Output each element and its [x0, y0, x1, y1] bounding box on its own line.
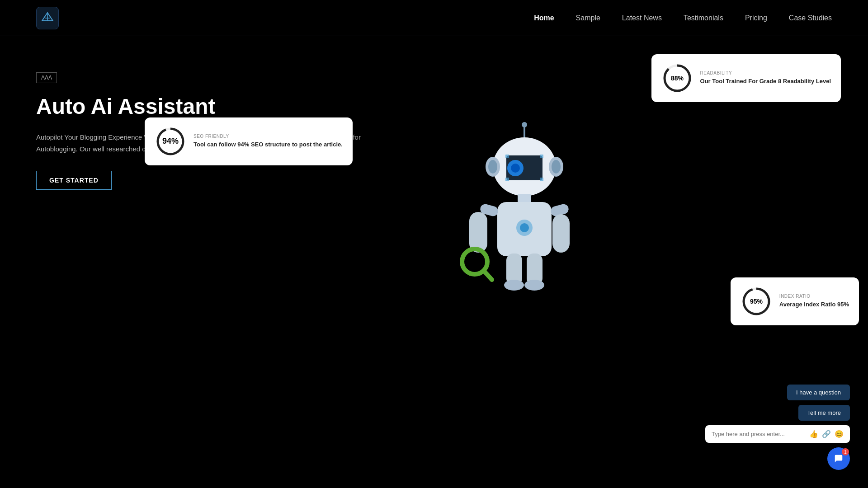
readability-label: Readability [700, 70, 831, 75]
index-description: Average Index Ratio 95% [779, 300, 849, 309]
index-label: Index Ratio [779, 294, 849, 299]
seo-progress-circle: 94% [155, 126, 186, 157]
stat-card-index: 95% Index Ratio Average Index Ratio 95% [731, 277, 859, 325]
link-icon[interactable]: 🔗 [822, 430, 831, 438]
nav-item-testimonials[interactable]: Testimonials [684, 14, 723, 22]
chat-input[interactable] [712, 431, 805, 437]
chat-icons: 👍 🔗 😊 [809, 430, 844, 438]
svg-rect-33 [469, 212, 487, 253]
stat-card-seo: 94% SEO Friendly Tool can follow 94% SEO… [145, 117, 353, 165]
seo-description: Tool can follow 94% SEO structure to pos… [193, 141, 343, 149]
seo-label: SEO Friendly [193, 134, 343, 139]
chat-bubble-icon [834, 454, 844, 464]
logo-box [36, 7, 59, 29]
svg-point-15 [511, 164, 520, 173]
svg-rect-18 [505, 155, 509, 158]
index-stat-info: Index Ratio Average Index Ratio 95% [779, 294, 849, 309]
get-started-button[interactable]: GET STARTED [36, 171, 112, 190]
readability-progress-circle: 88% [661, 62, 693, 94]
brand-badge: AAA [36, 72, 57, 83]
robot-illustration-area: 94% SEO Friendly Tool can follow 94% SEO… [181, 45, 868, 352]
navbar: Home Sample Latest News Testimonials Pri… [0, 0, 868, 36]
svg-point-40 [504, 280, 524, 291]
nav-item-home[interactable]: Home [534, 14, 554, 22]
svg-point-31 [520, 223, 529, 232]
emoji-icon[interactable]: 😊 [835, 430, 844, 438]
stat-card-readability: 88% Readability Our Tool Trained For Gra… [651, 54, 841, 102]
chat-widget: I have a question Tell me more 👍 🔗 😊 1 [705, 385, 850, 470]
svg-rect-28 [518, 194, 531, 203]
nav-item-sample[interactable]: Sample [576, 14, 600, 22]
chat-notification-badge: 1 [842, 448, 849, 455]
svg-point-25 [552, 160, 561, 174]
svg-rect-19 [540, 155, 543, 158]
svg-rect-37 [552, 214, 570, 253]
svg-rect-20 [505, 178, 509, 181]
nav-item-latest-news[interactable]: Latest News [622, 14, 662, 22]
nav-item-pricing[interactable]: Pricing [745, 14, 767, 22]
svg-line-35 [484, 271, 492, 280]
chat-input-area: 👍 🔗 😊 [705, 425, 850, 443]
svg-text:94%: 94% [162, 136, 179, 145]
svg-point-41 [524, 280, 544, 291]
thumbs-up-icon[interactable]: 👍 [809, 430, 818, 438]
svg-point-23 [488, 160, 497, 174]
index-progress-circle: 95% [741, 286, 772, 317]
nav-links: Home Sample Latest News Testimonials Pri… [534, 14, 832, 22]
chat-circle-button[interactable]: 1 [827, 447, 850, 470]
svg-text:88%: 88% [671, 75, 684, 82]
svg-rect-21 [540, 178, 543, 181]
question-button[interactable]: I have a question [787, 385, 850, 400]
svg-text:95%: 95% [750, 298, 763, 305]
readability-stat-info: Readability Our Tool Trained For Grade 8… [700, 70, 831, 85]
robot-illustration [452, 122, 597, 293]
logo-icon [41, 11, 54, 25]
tell-more-button[interactable]: Tell me more [798, 405, 850, 421]
hero-section: AAA Auto Ai Assistant Autopilot Your Blo… [0, 36, 868, 352]
seo-stat-info: SEO Friendly Tool can follow 94% SEO str… [193, 134, 343, 149]
nav-item-case-studies[interactable]: Case Studies [789, 14, 832, 22]
svg-point-27 [522, 122, 527, 127]
logo [36, 7, 59, 29]
readability-description: Our Tool Trained For Grade 8 Readability… [700, 77, 831, 85]
